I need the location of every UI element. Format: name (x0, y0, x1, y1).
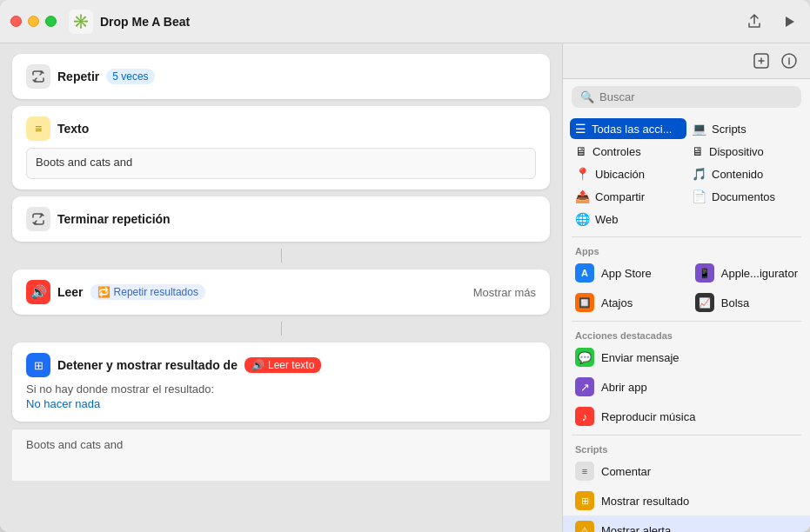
play-music-icon: ♪ (575, 407, 594, 426)
speak-badge: 🔁 Repetir resultados (90, 284, 205, 300)
speak-icon: 🔊 (26, 280, 50, 304)
stop-link[interactable]: No hacer nada (26, 397, 100, 410)
cat-scripts-icon: 💻 (692, 122, 706, 136)
search-input[interactable] (599, 90, 793, 103)
search-bar[interactable]: 🔍 (572, 86, 801, 108)
script-comment[interactable]: ≡ Comentar (563, 456, 810, 486)
speak-badge-icon: 🔁 (97, 286, 110, 298)
cat-device[interactable]: 🖥 Dispositivo (686, 141, 803, 162)
close-button[interactable] (10, 16, 22, 27)
stop-ref-icon: 🔊 (251, 359, 264, 371)
end-repeat-icon (26, 207, 50, 231)
cat-all-icon: ☰ (575, 122, 586, 136)
configurator-label: Apple...igurator (721, 267, 798, 280)
cat-documents-label: Documentos (712, 190, 775, 203)
cat-content[interactable]: 🎵 Contenido (686, 163, 803, 184)
featured-open-app[interactable]: ↗ Abrir app (563, 372, 810, 402)
add-panel-icon (753, 52, 770, 70)
configurator-icon: 📱 (695, 263, 714, 283)
cat-web-label: Web (595, 213, 619, 226)
cat-scripts-label: Scripts (712, 123, 746, 136)
repeat-title: Repetir (57, 70, 99, 83)
show-result-icon: ⊞ (575, 491, 594, 510)
app-configurator[interactable]: 📱 Apple...igurator (683, 258, 810, 288)
divider-2 (281, 322, 282, 336)
app-atajos[interactable]: 🔲 Atajos (563, 288, 683, 317)
cat-web[interactable]: 🌐 Web (570, 209, 686, 229)
end-repeat-header: Terminar repetición (26, 207, 536, 231)
share-icon (746, 14, 762, 30)
share-button[interactable] (744, 11, 765, 32)
app-appstore[interactable]: A App Store (563, 258, 683, 288)
repeat-action: Repetir 5 veces (12, 54, 550, 99)
open-app-icon: ↗ (575, 377, 594, 396)
appstore-icon: A (575, 263, 594, 283)
send-message-icon: 💬 (575, 348, 594, 367)
stop-ref-text: Leer texto (268, 359, 314, 371)
script-show-alert[interactable]: ⚠ Mostrar alerta (563, 515, 810, 532)
panel-header (563, 43, 810, 79)
section-divider-scripts (572, 435, 801, 436)
cat-documents-icon: 📄 (692, 190, 706, 203)
divider-1 (281, 249, 282, 263)
cat-documents[interactable]: 📄 Documentos (686, 186, 803, 207)
panel-add-button[interactable] (751, 50, 772, 71)
comment-icon: ≡ (575, 462, 594, 481)
end-repeat-action: Terminar repetición (12, 196, 550, 242)
titlebar-actions (744, 11, 800, 32)
cat-controls-label: Controles (592, 145, 641, 158)
speak-action: 🔊 Leer 🔁 Repetir resultados Mostrar más (12, 269, 550, 315)
stop-icon: ⊞ (26, 353, 50, 377)
script-show-result[interactable]: ⊞ Mostrar resultado (563, 486, 810, 515)
show-result-label: Mostrar resultado (601, 495, 689, 508)
cat-all-label: Todas las acci... (592, 123, 673, 136)
play-button[interactable] (779, 11, 800, 32)
cat-content-icon: 🎵 (692, 167, 706, 181)
text-action: ≡ Texto Boots and cats and (12, 106, 550, 190)
speak-more[interactable]: Mostrar más (473, 286, 536, 299)
stop-title: Detener y mostrar resultado de (57, 358, 238, 372)
repeat-icon (26, 64, 50, 89)
workflow-panel[interactable]: Repetir 5 veces ≡ Texto Boots and cats a… (0, 43, 562, 532)
cat-device-label: Dispositivo (709, 145, 764, 158)
output-text: Boots and cats and (26, 438, 123, 451)
traffic-lights (10, 16, 57, 27)
text-icon: ≡ (26, 116, 50, 141)
play-icon (782, 15, 796, 29)
text-preview[interactable]: Boots and cats and (26, 148, 536, 179)
maximize-button[interactable] (45, 16, 57, 27)
repeat-action-header: Repetir 5 veces (26, 64, 536, 89)
app-icon: ✳️ (69, 10, 93, 34)
featured-send-message[interactable]: 💬 Enviar mensaje (563, 342, 810, 372)
repeat-badge: 5 veces (106, 69, 154, 84)
cat-scripts[interactable]: 💻 Scripts (686, 118, 803, 139)
app-bolsa[interactable]: 📈 Bolsa (683, 288, 810, 317)
appstore-label: App Store (601, 267, 652, 280)
cat-share-icon: 📤 (575, 190, 590, 203)
info-icon (780, 52, 798, 70)
panel-info-button[interactable] (779, 50, 800, 71)
bolsa-icon: 📈 (695, 293, 714, 312)
cat-location[interactable]: 📍 Ubicación (570, 163, 686, 184)
cat-all[interactable]: ☰ Todas las acci... (570, 118, 686, 139)
apps-section-label: Apps (563, 241, 810, 258)
atajos-label: Atajos (601, 296, 633, 309)
play-music-label: Reproducir música (601, 410, 695, 423)
comment-label: Comentar (601, 465, 651, 478)
speak-action-header: 🔊 Leer 🔁 Repetir resultados Mostrar más (26, 280, 536, 304)
cat-device-icon: 🖥 (692, 144, 704, 158)
show-alert-icon: ⚠ (575, 521, 594, 532)
show-alert-label: Mostrar alerta (601, 524, 671, 533)
cat-location-icon: 📍 (575, 167, 590, 181)
end-repeat-svg (30, 211, 46, 227)
text-action-header: ≡ Texto (26, 116, 536, 141)
window-title: Drop Me A Beat (100, 15, 744, 29)
actions-list: Apps A App Store 📱 Apple...igurator 🔲 At… (563, 241, 810, 532)
actions-panel: 🔍 ☰ Todas las acci... 💻 Scripts 🖥 Contro… (562, 43, 810, 532)
featured-play-music[interactable]: ♪ Reproducir música (563, 402, 810, 431)
cat-controls[interactable]: 🖥 Controles (570, 141, 686, 162)
cat-share[interactable]: 📤 Compartir (570, 186, 686, 207)
speak-title: Leer (57, 285, 84, 299)
minimize-button[interactable] (28, 16, 39, 27)
stop-action: ⊞ Detener y mostrar resultado de 🔊 Leer … (12, 342, 550, 422)
